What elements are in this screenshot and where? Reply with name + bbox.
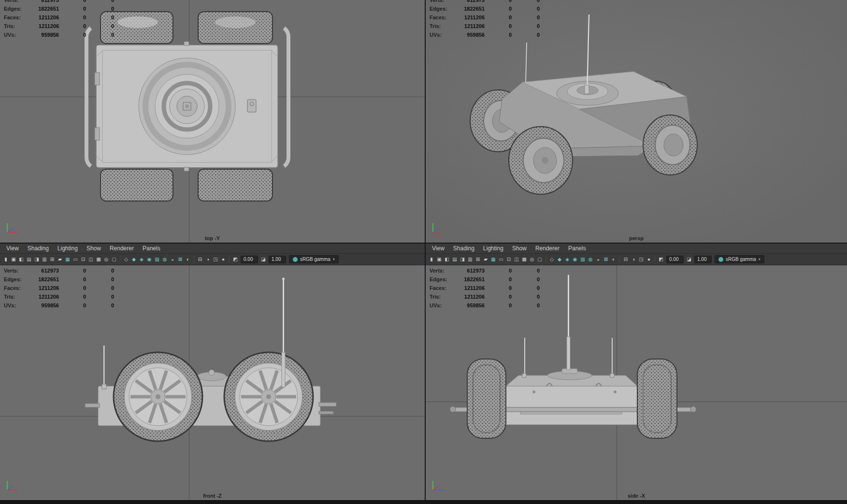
chevron-down-icon: ▾ bbox=[333, 257, 335, 261]
isolate-select-icon[interactable]: ⊟ bbox=[622, 256, 630, 263]
bookmarks-icon[interactable]: ◨ bbox=[459, 256, 466, 263]
menu-item[interactable]: View bbox=[2, 244, 23, 253]
shadows-icon[interactable]: ▨ bbox=[153, 256, 161, 263]
film-gate-icon[interactable]: ▭ bbox=[497, 256, 505, 263]
grid-icon[interactable]: ▦ bbox=[489, 256, 497, 263]
menu-item[interactable]: Lighting bbox=[53, 244, 82, 253]
film-gate-icon[interactable]: ▭ bbox=[72, 256, 79, 263]
field-chart-icon[interactable]: ▩ bbox=[95, 256, 102, 263]
gamma-field[interactable]: 1.00 bbox=[269, 256, 286, 263]
grease-pencil-icon[interactable]: ▰ bbox=[482, 256, 489, 263]
two-d-pan-zoom-icon[interactable]: ⊞ bbox=[48, 256, 56, 263]
bookmarks-icon[interactable]: ◨ bbox=[33, 256, 41, 263]
stat-value: 0 bbox=[59, 14, 86, 20]
menu-item[interactable]: Panels bbox=[564, 244, 590, 253]
stat-value: 1211206 bbox=[459, 285, 485, 291]
resolution-gate-icon[interactable]: ⊡ bbox=[79, 256, 87, 263]
viewport-persp-canvas[interactable]: Verts: 612973 0 0 Edges: 1822651 0 0 Fac… bbox=[426, 0, 847, 243]
safe-title-icon[interactable]: ▢ bbox=[110, 256, 118, 263]
toolbar-grip-icon[interactable]: ▮ bbox=[2, 256, 10, 263]
select-camera-icon[interactable]: ▣ bbox=[435, 256, 443, 263]
motion-blur-icon[interactable]: ◒ bbox=[169, 256, 176, 263]
stat-value: 0 bbox=[485, 23, 512, 29]
toolbar-grip-icon[interactable]: ▮ bbox=[428, 256, 435, 263]
wireframe-on-shaded-icon[interactable]: ◳ bbox=[212, 256, 219, 263]
screen-space-ao-icon[interactable]: ◍ bbox=[161, 256, 169, 263]
x-ray-icon[interactable]: ◑ bbox=[204, 256, 212, 263]
panel-divider-horizontal[interactable] bbox=[0, 243, 847, 244]
gate-mask-icon[interactable]: ◫ bbox=[513, 256, 520, 263]
menu-item[interactable]: Renderer bbox=[531, 244, 564, 253]
image-plane-icon[interactable]: ▥ bbox=[466, 256, 474, 263]
stat-value: 0 bbox=[485, 268, 512, 274]
wireframe-icon[interactable]: ◇ bbox=[122, 256, 130, 263]
menu-item[interactable]: Renderer bbox=[105, 244, 138, 253]
view-transform-dropdown[interactable]: sRGB gamma ▾ bbox=[289, 255, 339, 263]
camera-attributes-icon[interactable]: ▤ bbox=[451, 256, 459, 263]
safe-action-icon[interactable]: ◎ bbox=[528, 256, 536, 263]
image-plane-icon[interactable]: ▥ bbox=[41, 256, 48, 263]
panel-menubar: ViewShadingLightingShowRendererPanels bbox=[0, 244, 425, 254]
textured-icon[interactable]: ◈ bbox=[138, 256, 145, 263]
safe-title-icon[interactable]: ▢ bbox=[536, 256, 544, 263]
wireframe-on-shaded-icon[interactable]: ◳ bbox=[637, 256, 645, 263]
field-chart-icon[interactable]: ▩ bbox=[520, 256, 528, 263]
textured-icon[interactable]: ◈ bbox=[563, 256, 571, 263]
x-ray-icon[interactable]: ◑ bbox=[630, 256, 637, 263]
depth-of-field-icon[interactable]: ◐ bbox=[610, 256, 617, 263]
gamma-icon[interactable]: ◪ bbox=[259, 256, 267, 263]
anti-aliasing-icon[interactable]: ⊠ bbox=[602, 256, 610, 263]
exposure-icon[interactable]: ◩ bbox=[231, 256, 239, 263]
stat-row: Verts: 612973 0 0 bbox=[430, 266, 540, 275]
exposure-icon[interactable]: ◩ bbox=[657, 256, 665, 263]
panel-divider-vertical[interactable] bbox=[425, 0, 426, 500]
menu-item[interactable]: Shading bbox=[449, 244, 479, 253]
stat-value: 0 bbox=[485, 32, 512, 38]
stat-value: 0 bbox=[59, 268, 86, 274]
wireframe-icon[interactable]: ◇ bbox=[548, 256, 556, 263]
grease-pencil-icon[interactable]: ▰ bbox=[56, 256, 64, 263]
stat-value: 612973 bbox=[459, 268, 485, 274]
viewport-side-canvas[interactable]: Verts: 612973 0 0 Edges: 1822651 0 0 Fac… bbox=[426, 265, 847, 500]
menu-item[interactable]: Show bbox=[508, 244, 531, 253]
viewport-top-canvas[interactable]: Verts: 612973 0 0 Edges: 1822651 0 0 Fac… bbox=[0, 0, 425, 243]
camera-attributes-icon[interactable]: ▤ bbox=[25, 256, 33, 263]
viewport-label: persp bbox=[426, 235, 847, 241]
gamma-icon[interactable]: ◪ bbox=[685, 256, 693, 263]
use-all-lights-icon[interactable]: ◉ bbox=[145, 256, 153, 263]
resolution-gate-icon[interactable]: ⊡ bbox=[505, 256, 513, 263]
menu-item[interactable]: Lighting bbox=[479, 244, 508, 253]
view-transform-label: sRGB gamma bbox=[300, 257, 330, 262]
viewport-front-canvas[interactable]: Verts: 612973 0 0 Edges: 1822651 0 0 Fac… bbox=[0, 265, 425, 500]
axis-gizmo bbox=[3, 475, 22, 494]
menu-item[interactable]: Panels bbox=[138, 244, 165, 253]
lock-camera-icon[interactable]: ◧ bbox=[17, 256, 25, 263]
gamma-field[interactable]: 1.00 bbox=[694, 256, 712, 263]
exposure-field[interactable]: 0.00 bbox=[241, 256, 258, 263]
stat-value: 0 bbox=[485, 276, 512, 282]
screen-space-ao-icon[interactable]: ◍ bbox=[587, 256, 594, 263]
menu-item[interactable]: Show bbox=[82, 244, 105, 253]
shaded-icon[interactable]: ◆ bbox=[130, 256, 138, 263]
shadows-icon[interactable]: ▨ bbox=[579, 256, 587, 263]
view-transform-dropdown[interactable]: sRGB gamma ▾ bbox=[715, 255, 764, 263]
shaded-icon[interactable]: ◆ bbox=[556, 256, 563, 263]
menu-item[interactable]: View bbox=[428, 244, 449, 253]
two-d-pan-zoom-icon[interactable]: ⊞ bbox=[474, 256, 482, 263]
grid-icon[interactable]: ▦ bbox=[64, 256, 72, 263]
gate-mask-icon[interactable]: ◫ bbox=[87, 256, 95, 263]
stat-value: 0 bbox=[86, 294, 114, 300]
isolate-select-icon[interactable]: ⊟ bbox=[196, 256, 204, 263]
exposure-field[interactable]: 0.00 bbox=[666, 256, 684, 263]
stat-row: Verts: 612973 0 0 bbox=[4, 0, 114, 4]
select-camera-icon[interactable]: ▣ bbox=[10, 256, 17, 263]
lock-camera-icon[interactable]: ◧ bbox=[443, 256, 451, 263]
safe-action-icon[interactable]: ◎ bbox=[102, 256, 110, 263]
default-material-icon[interactable]: ● bbox=[219, 256, 227, 263]
default-material-icon[interactable]: ● bbox=[645, 256, 653, 263]
anti-aliasing-icon[interactable]: ⊠ bbox=[176, 256, 184, 263]
menu-item[interactable]: Shading bbox=[23, 244, 53, 253]
use-all-lights-icon[interactable]: ◉ bbox=[571, 256, 579, 263]
depth-of-field-icon[interactable]: ◐ bbox=[184, 256, 192, 263]
motion-blur-icon[interactable]: ◒ bbox=[594, 256, 602, 263]
